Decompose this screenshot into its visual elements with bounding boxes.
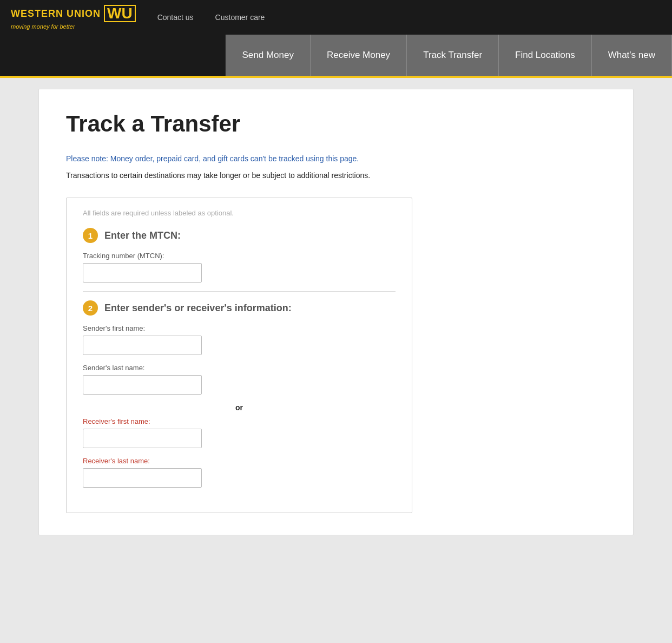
- receiver-last-label: Receiver's last name:: [83, 457, 396, 465]
- receiver-last-name-input[interactable]: [83, 468, 202, 488]
- header-links: Contact us Customer care: [157, 13, 661, 22]
- nav-receive-money[interactable]: Receive Money: [311, 35, 407, 76]
- receiver-first-label: Receiver's first name:: [83, 417, 396, 425]
- nav-whats-new[interactable]: What's new: [592, 35, 672, 76]
- step2-badge: 2: [83, 300, 98, 316]
- logo-symbol: WU: [104, 5, 136, 22]
- customer-care-link[interactable]: Customer care: [215, 13, 265, 22]
- content-card: Track a Transfer Please note: Money orde…: [38, 89, 634, 535]
- contact-us-link[interactable]: Contact us: [157, 13, 194, 22]
- logo-brand: WESTERN UNION: [11, 9, 101, 18]
- logo-text: WESTERN UNION WU: [11, 5, 136, 22]
- receiver-first-name-input[interactable]: [83, 429, 202, 448]
- tracking-number-input[interactable]: [83, 263, 202, 283]
- sender-last-name-input[interactable]: [83, 375, 202, 395]
- step2-header: 2 Enter sender's or receiver's informati…: [83, 300, 396, 316]
- track-transfer-form: All fields are required unless labeled a…: [66, 198, 412, 513]
- header: WESTERN UNION WU moving money for better…: [0, 0, 672, 35]
- step2-title: Enter sender's or receiver's information…: [104, 303, 292, 314]
- page-title: Track a Transfer: [66, 111, 606, 137]
- step1-badge: 1: [83, 228, 98, 243]
- logo-area: WESTERN UNION WU moving money for better: [11, 5, 136, 30]
- step1-title: Enter the MTCN:: [104, 230, 181, 241]
- sender-first-label: Sender's first name:: [83, 324, 396, 332]
- or-separator: or: [83, 403, 396, 412]
- nav-track-transfer[interactable]: Track Transfer: [407, 35, 499, 76]
- step-divider: [83, 291, 396, 292]
- notice-text-2: Transactions to certain destinations may…: [66, 170, 606, 181]
- nav-send-money[interactable]: Send Money: [226, 35, 311, 76]
- sender-last-label: Sender's last name:: [83, 364, 396, 372]
- form-hint: All fields are required unless labeled a…: [83, 209, 396, 217]
- notice-text-1: Please note: Money order, prepaid card, …: [66, 153, 606, 165]
- logo-tagline: moving money for better: [11, 23, 75, 30]
- sender-first-name-input[interactable]: [83, 336, 202, 355]
- tracking-number-label: Tracking number (MTCN):: [83, 252, 396, 260]
- main-nav: Send Money Receive Money Track Transfer …: [226, 35, 673, 76]
- step1-header: 1 Enter the MTCN:: [83, 228, 396, 243]
- main-wrapper: Track a Transfer Please note: Money orde…: [0, 78, 672, 546]
- nav-find-locations[interactable]: Find Locations: [499, 35, 592, 76]
